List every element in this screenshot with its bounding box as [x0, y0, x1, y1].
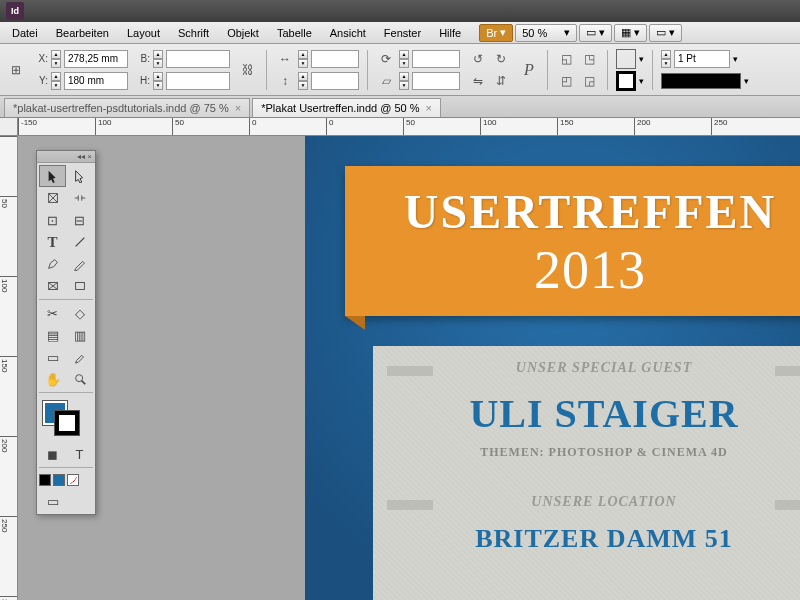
rectangle-frame-tool[interactable] [39, 275, 66, 297]
scale-x-icon[interactable]: ↔ [275, 49, 295, 69]
view-mode-button[interactable]: ▭▾ [579, 24, 612, 42]
rotate-input[interactable] [412, 50, 460, 68]
free-transform-tool[interactable]: ◇ [66, 302, 93, 324]
gap-tool[interactable] [66, 187, 93, 209]
width-input[interactable] [166, 50, 230, 68]
close-icon[interactable]: × [426, 102, 432, 114]
stroke-stepper[interactable]: ▲▼ [661, 50, 671, 68]
direct-selection-tool[interactable] [66, 165, 93, 187]
scale-y-icon[interactable]: ↕ [275, 71, 295, 91]
close-icon[interactable]: × [235, 102, 241, 114]
sy-stepper[interactable]: ▲▼ [298, 72, 308, 90]
pencil-tool[interactable] [66, 253, 93, 275]
x-stepper[interactable]: ▲▼ [51, 50, 61, 68]
note-tool[interactable]: ▭ [39, 346, 66, 368]
select-prev-icon[interactable]: ◰ [556, 71, 576, 91]
paragraph-icon[interactable]: P [519, 60, 539, 80]
shear-input[interactable] [412, 72, 460, 90]
rotate-cw-icon[interactable]: ↻ [491, 49, 511, 69]
stroke-weight-input[interactable] [674, 50, 730, 68]
chevron-down-icon[interactable]: ▾ [639, 76, 644, 86]
tab-label: *Plakat Usertreffen.indd @ 50 % [261, 102, 419, 114]
menu-datei[interactable]: Datei [4, 25, 46, 41]
flip-v-icon[interactable]: ⇵ [491, 71, 511, 91]
ruler-origin[interactable] [0, 118, 18, 136]
page-tool[interactable] [39, 187, 66, 209]
menu-layout[interactable]: Layout [119, 25, 168, 41]
line-tool[interactable] [66, 231, 93, 253]
apply-color-tool[interactable]: ◼ [39, 443, 66, 465]
zoom-select[interactable]: 50 %▾ [515, 24, 577, 42]
height-input[interactable] [166, 72, 230, 90]
scale-x-input[interactable] [311, 50, 359, 68]
menu-bearbeiten[interactable]: Bearbeiten [48, 25, 117, 41]
rotate-icon[interactable]: ⟳ [376, 49, 396, 69]
menu-objekt[interactable]: Objekt [219, 25, 267, 41]
view-mode-tool[interactable]: ▭ [39, 490, 66, 512]
y-stepper[interactable]: ▲▼ [51, 72, 61, 90]
close-icon[interactable]: × [87, 152, 92, 161]
swatch-blue[interactable] [53, 474, 65, 486]
fill-swatch[interactable] [616, 49, 636, 69]
select-content-icon[interactable]: ◳ [579, 49, 599, 69]
stroke-color[interactable] [55, 411, 79, 435]
eyedropper-tool[interactable] [66, 346, 93, 368]
screen-mode-button[interactable]: ▭▾ [649, 24, 682, 42]
chevron-down-icon[interactable]: ▾ [639, 54, 644, 64]
rectangle-tool[interactable] [66, 275, 93, 297]
stroke-style-select[interactable] [661, 73, 741, 89]
swatch-none[interactable]: ⟋ [67, 474, 79, 486]
select-container-icon[interactable]: ◱ [556, 49, 576, 69]
arrange-button[interactable]: ▦▾ [614, 24, 647, 42]
swatch-black[interactable] [39, 474, 51, 486]
banner[interactable]: USERTREFFEN 2013 [345, 166, 800, 316]
gradient-swatch-tool[interactable]: ▤ [39, 324, 66, 346]
shear-stepper[interactable]: ▲▼ [399, 72, 409, 90]
bridge-button[interactable]: Br▾ [479, 24, 513, 42]
document-page[interactable]: USERTREFFEN 2013 UNSER SPECIAL GUEST ULI… [305, 136, 800, 600]
document-tabs: *plakat-usertreffen-psdtutorials.indd @ … [0, 96, 800, 118]
gradient-feather-tool[interactable]: ▥ [66, 324, 93, 346]
zoom-tool[interactable] [66, 368, 93, 390]
h-stepper[interactable]: ▲▼ [153, 72, 163, 90]
stroke-swatch[interactable] [616, 71, 636, 91]
scissors-tool[interactable]: ✂ [39, 302, 66, 324]
menu-ansicht[interactable]: Ansicht [322, 25, 374, 41]
tab-document-1[interactable]: *plakat-usertreffen-psdtutorials.indd @ … [4, 98, 250, 117]
tools-panel-header[interactable]: ◂◂× [37, 151, 95, 163]
w-stepper[interactable]: ▲▼ [153, 50, 163, 68]
apply-text-color-tool[interactable]: T [66, 443, 93, 465]
tools-panel[interactable]: ◂◂× ⊡ ⊟ T ✂ ◇ ▤ ▥ ▭ ✋ [36, 150, 96, 515]
reference-point-icon[interactable]: ⊞ [6, 60, 26, 80]
shear-icon[interactable]: ▱ [376, 71, 396, 91]
content-collector-tool[interactable]: ⊡ [39, 209, 66, 231]
chevron-down-icon[interactable]: ▾ [733, 54, 738, 64]
sx-stepper[interactable]: ▲▼ [298, 50, 308, 68]
y-input[interactable] [64, 72, 128, 90]
x-input[interactable] [64, 50, 128, 68]
bridge-label: Br [486, 27, 497, 39]
collapse-icon[interactable]: ◂◂ [77, 152, 85, 161]
rot-stepper[interactable]: ▲▼ [399, 50, 409, 68]
menu-hilfe[interactable]: Hilfe [431, 25, 469, 41]
scale-y-input[interactable] [311, 72, 359, 90]
ruler-vertical[interactable]: 50100150200250300 [0, 136, 18, 600]
type-tool[interactable]: T [39, 231, 66, 253]
select-next-icon[interactable]: ◲ [579, 71, 599, 91]
constrain-icon[interactable]: ⛓ [238, 60, 258, 80]
ruler-horizontal[interactable]: -150100500050100150200250 [18, 118, 800, 136]
canvas[interactable]: USERTREFFEN 2013 UNSER SPECIAL GUEST ULI… [18, 136, 800, 600]
flip-h-icon[interactable]: ⇋ [468, 71, 488, 91]
rotate-ccw-icon[interactable]: ↺ [468, 49, 488, 69]
hand-tool[interactable]: ✋ [39, 368, 66, 390]
chevron-down-icon[interactable]: ▾ [744, 76, 749, 86]
pen-tool[interactable] [39, 253, 66, 275]
content-panel[interactable]: UNSER SPECIAL GUEST ULI STAIGER THEMEN: … [373, 346, 800, 600]
workspace: -150100500050100150200250 50100150200250… [0, 118, 800, 600]
menu-tabelle[interactable]: Tabelle [269, 25, 320, 41]
menu-fenster[interactable]: Fenster [376, 25, 429, 41]
menu-schrift[interactable]: Schrift [170, 25, 217, 41]
content-placer-tool[interactable]: ⊟ [66, 209, 93, 231]
tab-document-2[interactable]: *Plakat Usertreffen.indd @ 50 %× [252, 98, 441, 117]
selection-tool[interactable] [39, 165, 66, 187]
